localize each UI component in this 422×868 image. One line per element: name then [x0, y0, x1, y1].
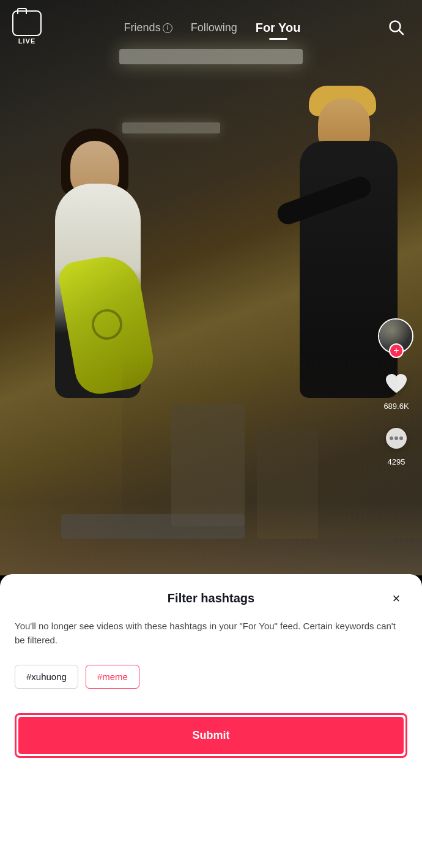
filter-hashtags-modal: Filter hashtags × You'll no longer see v… [0, 574, 422, 868]
search-button[interactable] [383, 14, 410, 41]
creator-avatar-container[interactable]: + [378, 318, 415, 355]
comment-count: 4295 [388, 457, 405, 466]
comment-icon-container [380, 423, 412, 455]
live-label: LIVE [18, 37, 35, 45]
hashtag-chip-xuhuong[interactable]: #xuhuong [15, 665, 78, 689]
comment-action[interactable]: 4295 [380, 423, 412, 466]
comment-icon [382, 425, 410, 453]
gym-floor [0, 502, 422, 575]
video-background [0, 0, 422, 575]
follow-plus-button[interactable]: + [389, 343, 404, 358]
tab-following[interactable]: Following [191, 21, 237, 34]
gym-scene [0, 0, 422, 575]
heart-icon [382, 369, 410, 397]
tab-for-you[interactable]: For You [256, 21, 301, 35]
submit-button-wrapper: Submit [15, 713, 407, 758]
svg-line-1 [399, 31, 404, 35]
nav-tabs: Friendsi Following For You [124, 21, 301, 35]
right-sidebar: + 689.6K 4295 [378, 318, 415, 466]
pad-target [89, 307, 125, 342]
gym-mat [61, 514, 245, 539]
svg-point-4 [394, 436, 398, 440]
modal-header: Filter hashtags × [15, 591, 407, 605]
live-icon [12, 10, 42, 36]
top-navigation: LIVE Friendsi Following For You [0, 0, 422, 55]
friends-info-icon[interactable]: i [163, 23, 172, 33]
like-count: 689.6K [383, 402, 409, 411]
like-action[interactable]: 689.6K [380, 367, 412, 411]
svg-point-5 [399, 436, 403, 440]
submit-button[interactable]: Submit [18, 717, 404, 754]
close-modal-button[interactable]: × [385, 588, 407, 610]
hashtag-chip-meme[interactable]: #meme [86, 665, 139, 689]
modal-title: Filter hashtags [168, 591, 254, 605]
tab-friends[interactable]: Friendsi [124, 21, 172, 34]
like-icon-container [380, 367, 412, 399]
svg-point-3 [390, 436, 393, 440]
search-icon [388, 19, 405, 36]
live-badge[interactable]: LIVE [12, 10, 42, 45]
modal-description: You'll no longer see videos with these h… [15, 619, 407, 648]
hashtag-chips-list: #xuhuong #meme [15, 665, 407, 689]
